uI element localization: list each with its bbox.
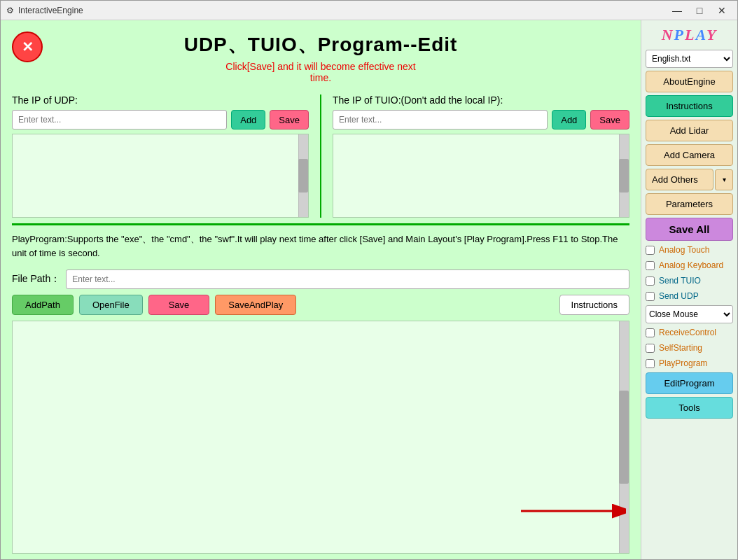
analog-touch-row: Analog Touch [646, 244, 733, 256]
subtitle: Click[Save] and it will become effective… [225, 61, 415, 83]
center-area: ✕ UDP、TUIO、Program--Edit Click[Save] and… [1, 20, 641, 559]
ip-section: The IP of UDP: Add Save The IP of TUIO:( [1, 89, 641, 223]
header-section: UDP、TUIO、Program--Edit Click[Save] and i… [1, 20, 641, 89]
receive-control-checkbox[interactable] [646, 328, 655, 337]
play-program-label: PlayProgram [659, 358, 707, 368]
about-engine-button[interactable]: AboutEngine [646, 71, 733, 92]
analog-touch-label: Analog Touch [659, 245, 710, 255]
npplay-logo: NPLAY [646, 26, 733, 44]
instructions-sidebar-button[interactable]: Instructions [646, 95, 733, 117]
receive-control-row: ReceiveControl [646, 326, 733, 339]
udp-input[interactable] [12, 110, 227, 130]
action-buttons-row: AddPath OpenFile Save SaveAndPlay Instru… [1, 295, 641, 321]
program-output-area [12, 321, 629, 554]
close-mouse-row: Close Mouse Open Mouse [646, 305, 733, 323]
tuio-save-button[interactable]: Save [590, 110, 629, 130]
output-scrollbar[interactable] [619, 321, 629, 553]
file-path-label: File Path： [12, 273, 60, 286]
udp-list-box [12, 134, 309, 218]
tuio-input-row: Add Save [333, 110, 629, 130]
close-mouse-select[interactable]: Close Mouse Open Mouse [646, 305, 733, 323]
udp-input-row: Add Save [12, 110, 309, 130]
tuio-column: The IP of TUIO:(Don't add the local IP):… [321, 94, 629, 218]
output-scrollbar-thumb [619, 391, 629, 483]
send-tuio-label: Send TUIO [659, 276, 701, 286]
self-starting-checkbox[interactable] [646, 344, 655, 353]
window-close-button[interactable]: ✕ [712, 4, 732, 18]
play-program-description: PlayProgram:Supports the "exe"、the "cmd"… [12, 232, 629, 260]
analog-keyboard-checkbox[interactable] [646, 261, 655, 270]
main-window: ⚙ InteractiveEngine — □ ✕ ✕ UDP、TUIO、Pro… [0, 0, 738, 560]
addpath-button[interactable]: AddPath [12, 295, 74, 315]
udp-scrollbar-thumb [298, 159, 308, 192]
send-udp-row: Send UDP [646, 290, 733, 302]
minimize-button[interactable]: — [667, 4, 687, 18]
title-bar-controls: — □ ✕ [667, 4, 732, 18]
send-tuio-row: Send TUIO [646, 274, 733, 287]
main-content: ✕ UDP、TUIO、Program--Edit Click[Save] and… [1, 20, 737, 559]
tuio-list-box [333, 134, 629, 218]
page-title: UDP、TUIO、Program--Edit [184, 31, 458, 58]
add-others-dropdown-arrow[interactable]: ▾ [715, 169, 733, 190]
title-bar-left: ⚙ InteractiveEngine [6, 6, 83, 15]
red-arrow-container [13, 497, 629, 525]
self-starting-label: SelfStarting [659, 343, 702, 353]
saveandplay-button[interactable]: SaveAndPlay [215, 295, 296, 315]
udp-save-button[interactable]: Save [270, 110, 309, 130]
udp-column: The IP of UDP: Add Save [12, 94, 321, 218]
play-program-section: PlayProgram:Supports the "exe"、the "cmd"… [1, 225, 641, 264]
save-all-button[interactable]: Save All [646, 218, 733, 241]
tools-button[interactable]: Tools [646, 397, 733, 419]
instructions-button[interactable]: Instructions [559, 295, 629, 315]
udp-label: The IP of UDP: [12, 94, 309, 106]
openfile-button[interactable]: OpenFile [79, 295, 143, 315]
udp-add-button[interactable]: Add [231, 110, 265, 130]
red-arrow-icon [514, 497, 626, 525]
send-tuio-checkbox[interactable] [646, 276, 655, 286]
play-program-checkbox[interactable] [646, 359, 655, 368]
tuio-scrollbar[interactable] [619, 134, 629, 217]
app-title: InteractiveEngine [18, 6, 83, 15]
self-starting-row: SelfStarting [646, 342, 733, 354]
save-main-button[interactable]: Save [148, 295, 210, 315]
add-others-button[interactable]: Add Others [646, 169, 713, 190]
parameters-button[interactable]: Parameters [646, 193, 733, 215]
title-bar: ⚙ InteractiveEngine — □ ✕ [1, 1, 737, 20]
send-udp-label: Send UDP [659, 291, 699, 301]
analog-keyboard-row: Analog Keyboard [646, 259, 733, 272]
close-x-button[interactable]: ✕ [12, 31, 43, 62]
tuio-input[interactable] [333, 110, 548, 130]
analog-keyboard-label: Analog Keyboard [659, 260, 723, 270]
receive-control-label: ReceiveControl [659, 328, 716, 337]
file-path-row: File Path： [1, 264, 641, 295]
tuio-label: The IP of TUIO:(Don't add the local IP): [333, 94, 629, 106]
add-camera-button[interactable]: Add Camera [646, 144, 733, 166]
file-path-input[interactable] [66, 270, 629, 289]
app-icon: ⚙ [6, 6, 14, 15]
tuio-scrollbar-thumb [619, 159, 629, 192]
udp-scrollbar[interactable] [298, 134, 308, 217]
edit-program-button[interactable]: EditProgram [646, 372, 733, 394]
language-select[interactable]: English.txt Chinese.txt [646, 50, 733, 68]
send-udp-checkbox[interactable] [646, 292, 655, 301]
right-sidebar: NPLAY English.txt Chinese.txt AboutEngin… [641, 20, 737, 559]
tuio-add-button[interactable]: Add [552, 110, 586, 130]
add-others-row: Add Others ▾ [646, 169, 733, 190]
add-lidar-button[interactable]: Add Lidar [646, 120, 733, 141]
play-program-row: PlayProgram [646, 357, 733, 370]
restore-button[interactable]: □ [690, 4, 709, 18]
close-x-icon: ✕ [22, 38, 34, 55]
analog-touch-checkbox[interactable] [646, 246, 655, 255]
